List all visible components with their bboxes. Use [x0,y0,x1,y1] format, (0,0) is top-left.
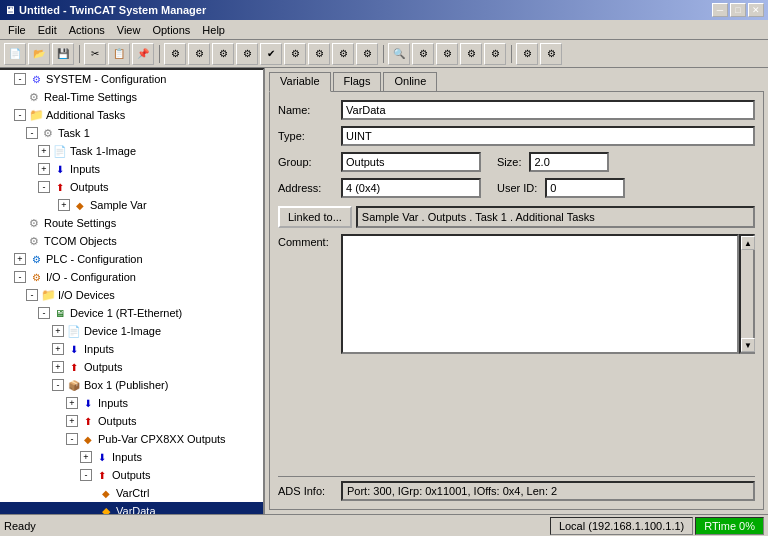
tb7[interactable]: ✔ [260,43,282,65]
vardata-label: VarData [116,505,156,514]
group-input[interactable] [341,152,481,172]
expand-outputs[interactable]: - [38,181,50,193]
tree-item-samplevar[interactable]: + ◆ Sample Var [0,196,263,214]
close-button[interactable]: ✕ [748,3,764,17]
tb10[interactable]: ⚙ [332,43,354,65]
expand-inputs[interactable]: + [38,163,50,175]
expand-plc[interactable]: + [14,253,26,265]
expand-box-outputs[interactable]: + [66,415,78,427]
tb18[interactable]: ⚙ [540,43,562,65]
expand-additional-tasks[interactable]: - [14,109,26,121]
address-input[interactable] [341,178,481,198]
name-input[interactable] [341,100,755,120]
expand-task1-image[interactable]: + [38,145,50,157]
tab-flags[interactable]: Flags [333,72,382,92]
expand-device1-image[interactable]: + [52,325,64,337]
menu-actions[interactable]: Actions [63,22,111,38]
tb8[interactable]: ⚙ [284,43,306,65]
tree-item-task1-image[interactable]: + 📄 Task 1-Image [0,142,263,160]
samplevar-label: Sample Var [90,199,147,211]
new-button[interactable]: 📄 [4,43,26,65]
scroll-up-button[interactable]: ▲ [741,236,755,250]
minimize-button[interactable]: ─ [712,3,728,17]
expand-task1[interactable]: - [26,127,38,139]
tree-item-box-inputs[interactable]: + ⬇ Inputs [0,394,263,412]
app-icon: 🖥 [4,4,15,16]
tree-item-tcom[interactable]: ⚙ TCOM Objects [0,232,263,250]
tree-item-dev-inputs[interactable]: + ⬇ Inputs [0,340,263,358]
expand-samplevar[interactable]: + [58,199,70,211]
expand-box1[interactable]: - [52,379,64,391]
tb6[interactable]: ⚙ [236,43,258,65]
dev-inputs-icon: ⬇ [66,341,82,357]
tb15[interactable]: ⚙ [460,43,482,65]
tree-item-device1-image[interactable]: + 📄 Device 1-Image [0,322,263,340]
tree-item-pub-outputs[interactable]: - ⬆ Outputs [0,466,263,484]
tree-item-io-devices[interactable]: - 📁 I/O Devices [0,286,263,304]
varctrl-label: VarCtrl [116,487,149,499]
tb3[interactable]: ⚙ [164,43,186,65]
copy-button[interactable]: 📋 [108,43,130,65]
expand-pub-outputs[interactable]: - [80,469,92,481]
paste-button[interactable]: 📌 [132,43,154,65]
menu-file[interactable]: File [2,22,32,38]
tree-item-pub-inputs[interactable]: + ⬇ Inputs [0,448,263,466]
tree-item-io-config[interactable]: - ⚙ I/O - Configuration [0,268,263,286]
tree-item-system[interactable]: - ⚙ SYSTEM - Configuration [0,70,263,88]
tree-item-pub-var[interactable]: - ◆ Pub-Var CPX8XX Outputs [0,430,263,448]
tree-item-vardata[interactable]: ◆ VarData [0,502,263,514]
tree-item-varctrl[interactable]: ◆ VarCtrl [0,484,263,502]
tree-item-plc[interactable]: + ⚙ PLC - Configuration [0,250,263,268]
size-input[interactable] [529,152,609,172]
tree-item-box-outputs[interactable]: + ⬆ Outputs [0,412,263,430]
tree-item-dev-outputs[interactable]: + ⬆ Outputs [0,358,263,376]
expand-pub-inputs[interactable]: + [80,451,92,463]
type-input[interactable] [341,126,755,146]
comment-input[interactable] [341,234,739,354]
scroll-down-button[interactable]: ▼ [741,338,755,352]
tree-item-route-settings[interactable]: ⚙ Route Settings [0,214,263,232]
expand-dev-outputs[interactable]: + [52,361,64,373]
box-inputs-icon: ⬇ [80,395,96,411]
expand-pub-var[interactable]: - [66,433,78,445]
tb9[interactable]: ⚙ [308,43,330,65]
comment-row: Comment: ▲ ▼ [278,234,755,468]
tb12[interactable]: 🔍 [388,43,410,65]
userid-input[interactable] [545,178,625,198]
cut-button[interactable]: ✂ [84,43,106,65]
tree-item-box1[interactable]: - 📦 Box 1 (Publisher) [0,376,263,394]
maximize-button[interactable]: □ [730,3,746,17]
ads-row: ADS Info: Port: 300, IGrp: 0x11001, IOff… [278,476,755,501]
linked-to-button[interactable]: Linked to... [278,206,352,228]
expand-system[interactable]: - [14,73,26,85]
tb14[interactable]: ⚙ [436,43,458,65]
menu-help[interactable]: Help [196,22,231,38]
tb13[interactable]: ⚙ [412,43,434,65]
tb17[interactable]: ⚙ [516,43,538,65]
tree-item-inputs[interactable]: + ⬇ Inputs [0,160,263,178]
tb5[interactable]: ⚙ [212,43,234,65]
expand-device1[interactable]: - [38,307,50,319]
tree-item-realtime[interactable]: ⚙ Real-Time Settings [0,88,263,106]
box-inputs-label: Inputs [98,397,128,409]
tab-online[interactable]: Online [383,72,437,92]
tab-variable[interactable]: Variable [269,72,331,92]
open-button[interactable]: 📂 [28,43,50,65]
tree-item-task1[interactable]: - ⚙ Task 1 [0,124,263,142]
tb4[interactable]: ⚙ [188,43,210,65]
expand-io-config[interactable]: - [14,271,26,283]
menu-view[interactable]: View [111,22,147,38]
expand-io-devices[interactable]: - [26,289,38,301]
tree-item-device1[interactable]: - 🖥 Device 1 (RT-Ethernet) [0,304,263,322]
tb11[interactable]: ⚙ [356,43,378,65]
menu-options[interactable]: Options [146,22,196,38]
tree-item-outputs[interactable]: - ⬆ Outputs [0,178,263,196]
save-button[interactable]: 💾 [52,43,74,65]
expand-dev-inputs[interactable]: + [52,343,64,355]
expand-box-inputs[interactable]: + [66,397,78,409]
tb16[interactable]: ⚙ [484,43,506,65]
tree-item-additional-tasks[interactable]: - 📁 Additional Tasks [0,106,263,124]
pub-inputs-icon: ⬇ [94,449,110,465]
plc-label: PLC - Configuration [46,253,143,265]
menu-edit[interactable]: Edit [32,22,63,38]
